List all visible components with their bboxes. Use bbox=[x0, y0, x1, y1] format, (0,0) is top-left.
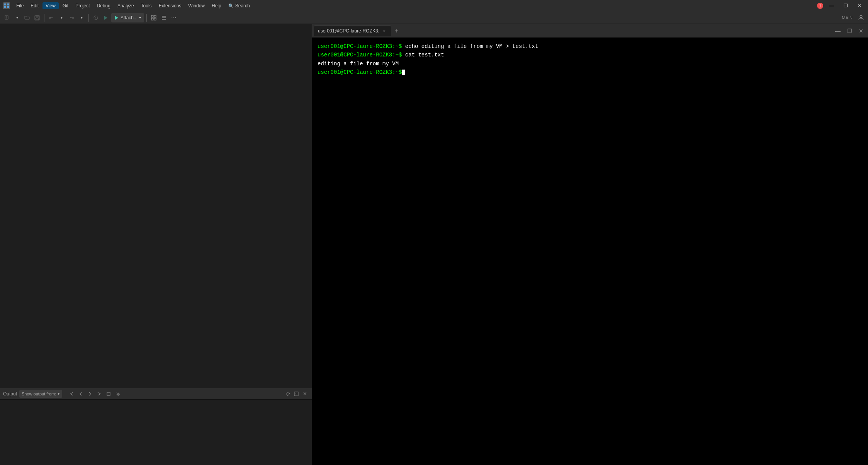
toolbar-btn-more[interactable]: ⋯ bbox=[169, 13, 178, 22]
toolbar-btn-chevron2[interactable]: ▾ bbox=[57, 13, 66, 22]
toolbar-separator-2 bbox=[88, 14, 89, 22]
attach-dropdown[interactable]: Attach... ▾ bbox=[111, 13, 144, 22]
terminal-tab-close[interactable]: × bbox=[382, 28, 387, 34]
toolbar-btn-save[interactable] bbox=[32, 13, 42, 22]
terminal-cmd-2: cat test.txt bbox=[402, 52, 444, 58]
terminal-output-3: editing a file from my VM bbox=[318, 61, 399, 67]
terminal-prompt-4: user001@CPC-laure-ROZK3:~$ bbox=[318, 69, 402, 75]
terminal-restore-btn[interactable]: ❐ bbox=[844, 27, 855, 35]
output-title: Output bbox=[3, 391, 17, 397]
output-btn-stop[interactable] bbox=[105, 390, 112, 398]
search-icon: 🔍 bbox=[228, 3, 234, 9]
svg-marker-15 bbox=[115, 16, 118, 20]
terminal-cursor bbox=[402, 70, 405, 75]
terminal-win-buttons: — ❐ ✕ bbox=[832, 27, 866, 35]
notification-badge[interactable]: 1 bbox=[817, 3, 823, 9]
menu-view[interactable]: View bbox=[42, 2, 59, 9]
output-right-buttons: ✕ bbox=[284, 390, 309, 398]
title-bar: File Edit View Git Project Debug Analyze… bbox=[0, 0, 868, 12]
svg-rect-18 bbox=[151, 18, 153, 20]
main-area: Output Show output from: ▾ bbox=[0, 24, 868, 465]
svg-rect-24 bbox=[107, 392, 110, 395]
terminal-tab-add[interactable]: + bbox=[392, 26, 401, 36]
show-output-dropdown-arrow: ▾ bbox=[58, 391, 60, 396]
menu-bar: File Edit View Git Project Debug Analyze… bbox=[13, 2, 815, 9]
close-button[interactable]: ✕ bbox=[854, 2, 865, 10]
toolbar-btn-undo[interactable] bbox=[47, 13, 56, 22]
toolbar-separator-3 bbox=[146, 14, 147, 22]
output-pin-btn[interactable] bbox=[284, 390, 292, 398]
output-btn-settings[interactable] bbox=[114, 390, 122, 398]
output-panel: Output Show output from: ▾ bbox=[0, 388, 312, 465]
terminal-close-btn[interactable]: ✕ bbox=[856, 27, 866, 35]
output-controls bbox=[68, 390, 122, 398]
minimize-button[interactable]: — bbox=[826, 2, 837, 10]
terminal-cmd-1: echo editing a file from my VM > test.tx… bbox=[402, 43, 538, 49]
toolbar-btn-redo[interactable] bbox=[67, 13, 76, 22]
svg-rect-16 bbox=[151, 15, 153, 17]
toolbar: ▾ ▾ ▾ bbox=[0, 12, 868, 24]
svg-point-25 bbox=[117, 393, 119, 395]
menu-analyze[interactable]: Analyze bbox=[114, 2, 137, 9]
toolbar-btn-profile[interactable] bbox=[856, 13, 866, 22]
terminal-line-2: user001@CPC-laure-ROZK3:~$ cat test.txt bbox=[318, 51, 863, 59]
terminal-prompt-1: user001@CPC-laure-ROZK3:~$ bbox=[318, 43, 402, 49]
toolbar-btn-grid[interactable] bbox=[149, 13, 158, 22]
svg-point-23 bbox=[860, 15, 862, 18]
svg-rect-10 bbox=[36, 18, 39, 20]
terminal-tab-label: user001@CPC-laure-ROZK3: bbox=[318, 28, 379, 34]
svg-point-26 bbox=[116, 392, 120, 395]
svg-rect-1 bbox=[7, 3, 9, 5]
toolbar-btn-extra1[interactable] bbox=[91, 13, 100, 22]
svg-rect-2 bbox=[4, 6, 6, 8]
toolbar-btn-open[interactable] bbox=[22, 13, 32, 22]
menu-git[interactable]: Git bbox=[59, 2, 71, 9]
terminal-prompt-2: user001@CPC-laure-ROZK3:~$ bbox=[318, 52, 402, 58]
menu-debug[interactable]: Debug bbox=[94, 2, 114, 9]
menu-file[interactable]: File bbox=[13, 2, 27, 9]
output-content bbox=[0, 400, 312, 465]
app-icon bbox=[3, 2, 10, 9]
svg-point-13 bbox=[95, 18, 96, 19]
terminal-content[interactable]: user001@CPC-laure-ROZK3:~$ echo editing … bbox=[312, 37, 868, 465]
menu-edit[interactable]: Edit bbox=[27, 2, 42, 9]
svg-line-28 bbox=[295, 393, 297, 395]
menu-project[interactable]: Project bbox=[72, 2, 93, 9]
restore-button[interactable]: ❐ bbox=[840, 2, 851, 10]
toolbar-separator-1 bbox=[44, 14, 44, 22]
toolbar-btn-chevron3[interactable]: ▾ bbox=[77, 13, 86, 22]
terminal-line-3: editing a file from my VM bbox=[318, 60, 863, 68]
svg-rect-3 bbox=[7, 6, 9, 8]
toolbar-btn-new[interactable] bbox=[2, 13, 12, 22]
output-header: Output Show output from: ▾ bbox=[0, 388, 312, 400]
svg-rect-0 bbox=[4, 3, 6, 5]
output-btn-next[interactable] bbox=[86, 390, 94, 398]
toolbar-btn-list[interactable] bbox=[159, 13, 168, 22]
svg-marker-14 bbox=[104, 16, 107, 20]
terminal-tabs: user001@CPC-laure-ROZK3: × + — ❐ ✕ bbox=[312, 24, 868, 37]
output-maximize-btn[interactable] bbox=[292, 390, 300, 398]
main-label: MAIN bbox=[842, 15, 856, 20]
menu-extensions[interactable]: Extensions bbox=[156, 2, 185, 9]
output-btn-first[interactable] bbox=[68, 390, 75, 398]
editor-area[interactable] bbox=[0, 24, 312, 388]
terminal-line-1: user001@CPC-laure-ROZK3:~$ echo editing … bbox=[318, 42, 863, 51]
show-output-dropdown[interactable]: Show output from: ▾ bbox=[19, 390, 62, 398]
title-bar-right: 1 — ❐ ✕ bbox=[817, 2, 865, 10]
terminal-tab[interactable]: user001@CPC-laure-ROZK3: × bbox=[314, 26, 391, 36]
svg-rect-17 bbox=[154, 15, 156, 17]
output-close-btn[interactable]: ✕ bbox=[301, 390, 309, 398]
menu-search[interactable]: 🔍 Search bbox=[225, 2, 253, 9]
output-btn-prev[interactable] bbox=[77, 390, 85, 398]
menu-window[interactable]: Window bbox=[185, 2, 208, 9]
svg-rect-19 bbox=[154, 18, 156, 20]
toolbar-btn-chevron[interactable]: ▾ bbox=[12, 13, 22, 22]
terminal-minimize-btn[interactable]: — bbox=[832, 27, 843, 35]
show-output-label: Show output from: bbox=[22, 392, 56, 396]
menu-tools[interactable]: Tools bbox=[138, 2, 155, 9]
menu-help[interactable]: Help bbox=[209, 2, 224, 9]
output-btn-last[interactable] bbox=[95, 390, 103, 398]
toolbar-btn-run[interactable] bbox=[101, 13, 110, 22]
right-panel: user001@CPC-laure-ROZK3: × + — ❐ ✕ user0… bbox=[312, 24, 868, 465]
svg-rect-9 bbox=[36, 15, 39, 17]
